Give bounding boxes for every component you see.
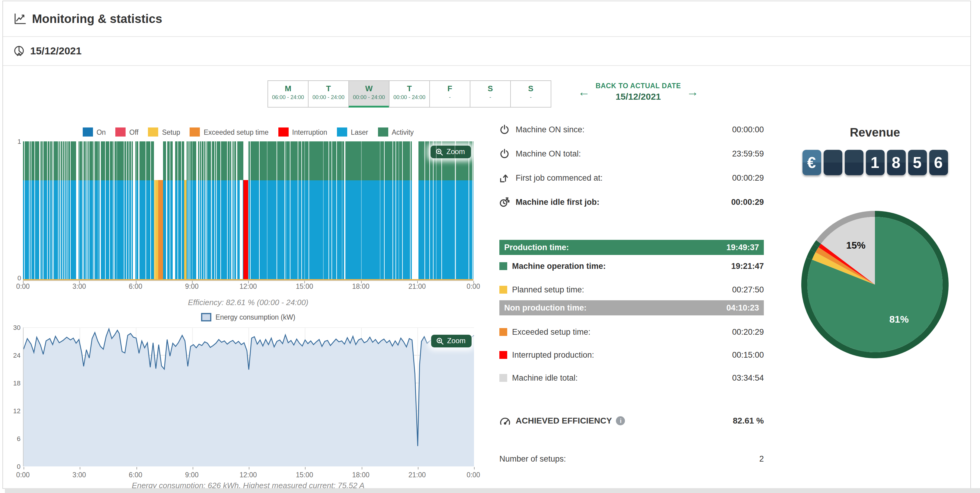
stat-value: 00:15:00 [732,350,764,359]
stat-row: Interrupted production:00:15:00 [500,349,764,361]
timeline-baseline [23,279,473,280]
timeline-run-bar [234,141,235,280]
legend-swatch [378,128,388,137]
timeline-run-bar [212,141,213,280]
timeline-zoom-button[interactable]: Zoom [431,145,471,158]
weekday-letter: T [390,84,429,93]
timeline-run-bar [37,141,38,280]
weekday-cell-3[interactable]: T00:00 - 24:00 [389,80,430,107]
timeline-run-bar [329,141,332,280]
horizontal-scrollbar[interactable] [5,488,980,493]
legend-label: Setup [162,128,180,136]
timeline-run-bar [119,141,122,280]
timeline-run-bar [100,141,102,280]
x-tick-label: 15:00 [296,283,313,290]
timeline-run-bar [127,141,129,280]
back-to-actual-date[interactable]: BACK TO ACTUAL DATE 15/12/2021 [596,82,681,102]
timeline-run-bar [450,141,454,280]
timeline-run-bar [188,141,190,280]
weekday-cell-6[interactable]: S- [510,80,551,107]
legend-swatch [190,128,200,137]
weekday-letter: T [309,84,348,93]
energy-plot[interactable]: Zoom [23,327,474,466]
timeline-run-bar [126,141,126,280]
timeline-run-bar [110,141,111,280]
timeline-run-bar [469,141,473,280]
x-tick-label: 12:00 [239,283,257,290]
stat-label: First job commenced at: [515,173,603,182]
zoom-button-label: Zoom [447,147,465,156]
x-tick-label: 6:00 [129,283,143,290]
line-chart-icon [13,12,27,26]
legend-item: Setup [148,128,180,137]
energy-legend: Energy consumption (kW) [23,313,473,321]
timeline-run-bar [106,141,108,280]
timeline-run-bar [140,141,141,280]
x-tick-label: 9:00 [185,283,199,290]
stat-section-header: Non production time:04:10:23 [500,300,764,315]
timeline-run-bar [73,141,75,280]
timeline-run-bar [418,141,421,280]
digit-box: 6 [929,150,948,175]
timeline-run-bar [259,141,266,280]
timeline-run-bar [290,141,298,280]
weekday-cell-1[interactable]: T00:00 - 24:00 [308,80,349,107]
timeline-run-bar [95,141,97,280]
timeline-exceeded-bar [159,180,163,280]
info-icon[interactable]: i [616,416,625,425]
timeline-run-bar [405,141,410,280]
timeline-run-bar [473,141,473,280]
timeline-run-bar [32,141,32,280]
color-swatch [500,351,507,359]
timeline-run-bar [129,141,131,280]
timeline-run-bar [65,141,66,280]
prev-day-arrow[interactable]: ← [578,86,590,98]
weekday-hours: 00:00 - 24:00 [390,94,429,100]
timeline-run-bar [122,141,124,280]
timeline-run-bar [200,141,201,280]
next-day-arrow[interactable]: → [687,86,698,98]
stat-label: Interrupted production: [512,350,594,359]
timeline-run-bar [302,141,309,280]
weekday-letter: W [349,84,389,93]
efficiency-label: ACHIEVED EFFICIENCY [515,416,612,425]
y-tick-label: 6 [17,435,21,442]
stat-label: Machine ON since: [515,125,584,134]
timeline-run-bar [396,141,402,280]
weekday-cell-5[interactable]: S- [470,80,511,107]
legend-label: Laser [351,128,368,136]
x-tick-label: 0:00 [467,471,480,479]
timeline-run-bar [43,141,45,280]
stat-value: 00:00:29 [732,173,764,182]
timeline-run-bar [221,141,223,280]
legend-swatch [337,128,347,137]
energy-zoom-button[interactable]: Zoom [431,335,472,348]
timeline-run-bar [370,141,371,280]
timeline-run-bar [167,141,170,280]
timeline-run-bar [337,141,344,280]
x-tick-label: 0:00 [16,471,30,479]
timeline-run-bar [91,141,93,280]
timeline-run-bar [223,141,226,280]
timeline-run-bar [54,141,56,280]
timeline-run-bar [195,141,197,280]
timeline-run-bar [103,141,105,280]
stat-label: Machine idle total: [512,373,578,382]
timeline-run-bar [52,141,53,280]
idle-clock-icon [500,197,511,207]
x-tick-label: 9:00 [185,471,199,479]
timeline-run-bar [35,141,37,280]
timeline-run-bar [138,141,139,280]
power-icon [500,124,511,134]
weekday-cell-0[interactable]: M06:00 - 24:00 [267,80,309,107]
weekday-cell-4[interactable]: F- [429,80,470,107]
timeline-run-bar [220,141,220,280]
legend-item: Interruption [278,128,327,137]
x-tick-label: 21:00 [409,283,426,290]
weekday-cell-2[interactable]: W00:00 - 24:00 [348,80,390,107]
timeline-x-axis: 0:003:006:009:0012:0015:0018:0021:000:00 [23,283,473,291]
timeline-run-bar [345,141,353,280]
stat-value: 00:20:29 [732,327,764,336]
timeline-run-bar [181,141,181,280]
timeline-plot[interactable]: Zoom [23,141,473,281]
